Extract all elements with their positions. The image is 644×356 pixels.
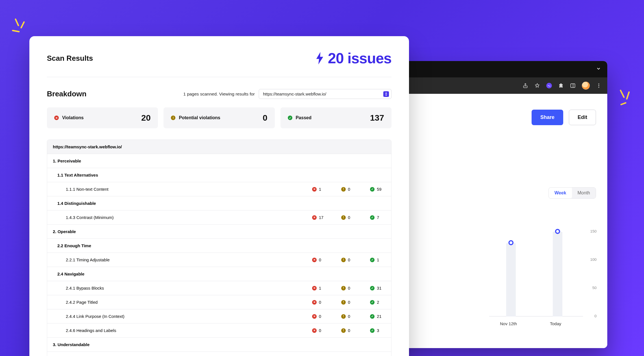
chart-point — [555, 229, 560, 234]
row-label: 1.1 Text Alternatives — [57, 173, 386, 177]
panel-icon[interactable] — [570, 83, 576, 88]
xtick-1: Today — [550, 321, 561, 326]
summary-violations-label: Violations — [62, 115, 84, 120]
warning-icon: ! — [171, 116, 175, 120]
table-url-header: https://teamsync-stark.webflow.io/ — [47, 140, 391, 154]
row-potential: !0 — [341, 286, 357, 290]
table-row[interactable]: 1.1.1 Non-text Content✕1!0✓59 — [47, 182, 391, 196]
table-row[interactable]: 2.4.2 Page Titled✕0!0✓2 — [47, 295, 391, 309]
lightning-icon — [316, 52, 324, 64]
table-row: 1. Perceivable — [47, 154, 391, 168]
activity-chart: 0 50 100 150 Nov 12th Today — [489, 224, 597, 331]
xtick-0: Nov 12th — [500, 321, 517, 326]
scan-meta-text: 1 pages scanned. Viewing results for — [183, 92, 255, 97]
row-label: 2.4.6 Headings and Labels — [66, 328, 312, 333]
row-violations-icon: ✕ — [312, 328, 317, 333]
share-button[interactable]: Share — [532, 110, 563, 125]
table-row[interactable]: 1.4.3 Contrast (Minimum)✕17!0✓7 — [47, 210, 391, 225]
table-row: 2.2 Enough Time — [47, 239, 391, 253]
row-violations: ✕0 — [312, 314, 328, 319]
star-icon[interactable] — [534, 83, 540, 88]
share-icon[interactable] — [523, 83, 528, 88]
svg-point-4 — [598, 85, 599, 86]
segment-month[interactable]: Month — [572, 188, 596, 198]
row-violations-icon: ✕ — [312, 300, 317, 305]
extension-badge-icon[interactable] — [546, 83, 552, 88]
violation-icon: ✕ — [54, 116, 59, 120]
table-row[interactable]: 2.4.1 Bypass Blocks✕1!0✓31 — [47, 281, 391, 295]
row-label: 2.2.1 Timing Adjustable — [66, 257, 312, 262]
results-table: https://teamsync-stark.webflow.io/ 1. Pe… — [47, 140, 391, 356]
kebab-menu-icon[interactable] — [596, 83, 602, 88]
row-label: 2.4.1 Bypass Blocks — [66, 286, 312, 290]
chevron-down-icon[interactable] — [596, 66, 601, 72]
row-label: 2. Operable — [53, 229, 386, 234]
summary-potential-value: 0 — [263, 113, 267, 123]
row-passed-icon: ✓ — [370, 328, 375, 333]
summary-passed-value: 137 — [370, 113, 384, 123]
decoration-spark-right — [617, 88, 634, 113]
segment-week[interactable]: Week — [549, 188, 572, 198]
row-label: 2.4 Navigable — [57, 272, 386, 276]
edit-button[interactable]: Edit — [569, 110, 596, 125]
page-title: Scan Results — [47, 54, 93, 63]
table-row[interactable]: 2.2.1 Timing Adjustable✕0!0✓1 — [47, 253, 391, 267]
row-passed: ✓21 — [370, 314, 386, 319]
row-violations-icon: ✕ — [312, 215, 317, 220]
row-potential: !0 — [341, 314, 357, 319]
row-label: 1.4.3 Contrast (Minimum) — [66, 215, 312, 220]
row-potential-icon: ! — [341, 314, 346, 319]
row-potential-icon: ! — [341, 286, 346, 290]
row-passed: ✓1 — [370, 258, 386, 262]
ytick-100: 100 — [590, 257, 597, 262]
ytick-50: 50 — [592, 286, 597, 290]
row-passed: ✓3 — [370, 328, 386, 333]
chart-bar — [553, 232, 562, 316]
row-violations: ✕1 — [312, 286, 328, 290]
extensions-icon[interactable] — [558, 83, 564, 88]
table-row: 3.1 Readable — [47, 352, 391, 356]
table-row[interactable]: 2.4.6 Headings and Labels✕0!0✓3 — [47, 324, 391, 338]
summary-potential[interactable]: ! Potential violations 0 — [164, 107, 275, 128]
row-passed: ✓31 — [370, 286, 386, 290]
row-violations: ✕0 — [312, 300, 328, 305]
url-select[interactable]: https://teamsync-stark.webflow.io/ — [259, 89, 391, 99]
row-passed: ✓2 — [370, 300, 386, 305]
row-label: 2.4.4 Link Purpose (In Context) — [66, 314, 312, 319]
table-row: 2. Operable — [47, 225, 391, 239]
row-passed: ✓7 — [370, 215, 386, 220]
summary-violations[interactable]: ✕ Violations 20 — [47, 107, 158, 128]
svg-point-3 — [598, 84, 599, 84]
select-updown-icon — [383, 91, 389, 97]
issues-total-label: 20 issues — [328, 50, 391, 67]
pass-icon: ✓ — [288, 116, 292, 120]
range-segmented-control: Week Month — [549, 187, 596, 199]
scan-results-card: Scan Results 20 issues Breakdown 1 pages… — [29, 36, 409, 356]
url-select-value: https://teamsync-stark.webflow.io/ — [263, 92, 326, 96]
row-violations: ✕17 — [312, 215, 328, 220]
row-passed-icon: ✓ — [370, 215, 375, 220]
row-violations: ✕0 — [312, 328, 328, 333]
row-violations-icon: ✕ — [312, 187, 317, 192]
row-passed-icon: ✓ — [370, 286, 375, 290]
table-row: 1.1 Text Alternatives — [47, 168, 391, 182]
row-label: 2.2 Enough Time — [57, 243, 386, 248]
row-violations: ✕0 — [312, 258, 328, 262]
row-potential-icon: ! — [341, 258, 346, 262]
table-row: 1.4 Distinguishable — [47, 196, 391, 210]
table-row[interactable]: 2.4.4 Link Purpose (In Context)✕0!0✓21 — [47, 309, 391, 324]
issues-total: 20 issues — [316, 50, 391, 67]
row-label: 1. Perceivable — [53, 159, 386, 163]
row-potential-icon: ! — [341, 187, 346, 192]
row-potential-icon: ! — [341, 300, 346, 305]
svg-point-5 — [598, 87, 599, 88]
row-passed-icon: ✓ — [370, 300, 375, 305]
ytick-150: 150 — [590, 229, 597, 233]
row-potential: !0 — [341, 187, 357, 192]
decoration-spark-top-left — [10, 17, 30, 40]
summary-passed[interactable]: ✓ Passed 137 — [280, 107, 391, 128]
avatar[interactable] — [582, 82, 590, 90]
summary-potential-label: Potential violations — [179, 115, 220, 120]
summary-violations-value: 20 — [141, 113, 151, 123]
summary-passed-label: Passed — [296, 115, 312, 120]
